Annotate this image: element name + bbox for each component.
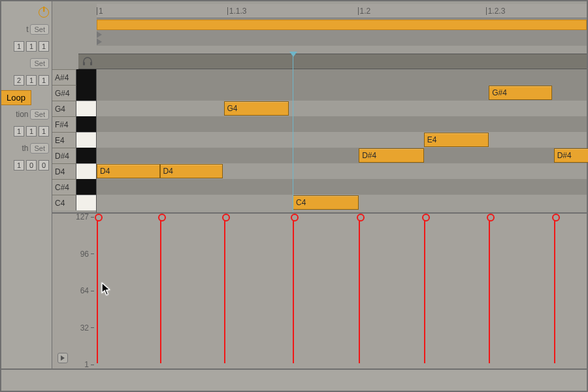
- velocity-lane[interactable]: 1279664321: [52, 213, 587, 368]
- headphones-icon[interactable]: [82, 57, 93, 66]
- velocity-grid[interactable]: [97, 216, 587, 363]
- note-lane[interactable]: [97, 101, 587, 116]
- velocity-tick: 64: [80, 286, 94, 295]
- piano-key-C4[interactable]: C4: [52, 195, 96, 210]
- set-loop-len-button[interactable]: Set: [30, 143, 49, 154]
- midi-note[interactable]: D4: [160, 164, 223, 178]
- midi-note[interactable]: G4: [224, 101, 289, 116]
- ruler-tick[interactable]: 1.2.3: [486, 4, 506, 18]
- piano-key-G#4[interactable]: G#4: [52, 85, 96, 101]
- velocity-tick: 32: [80, 323, 94, 333]
- piano-key-label: G#4: [52, 85, 76, 101]
- midi-note-editor[interactable]: 1 1.1.3 1.2 1.2.3 A#4G#4G4F#4E4D#4D4C#4C…: [52, 1, 587, 213]
- set-end-button[interactable]: Set: [30, 58, 49, 69]
- note-lane[interactable]: [97, 69, 587, 85]
- velocity-marker[interactable]: [293, 216, 294, 363]
- midi-note[interactable]: D#4: [359, 148, 424, 163]
- black-key-icon[interactable]: [76, 179, 96, 195]
- beat-ruler[interactable]: 1 1.1.3 1.2 1.2.3: [97, 4, 587, 18]
- loop-position-boxes[interactable]: 1 1 1: [1, 124, 49, 139]
- prop-label: t: [26, 25, 28, 34]
- midi-note[interactable]: E4: [424, 133, 489, 147]
- svg-rect-1: [90, 62, 92, 65]
- status-bar: [1, 368, 587, 391]
- velocity-marker[interactable]: [97, 216, 98, 363]
- piano-key-label: D4: [52, 163, 76, 179]
- prop-label: th: [22, 144, 28, 153]
- playhead-marker[interactable]: [293, 52, 293, 212]
- piano-key-label: D#4: [52, 148, 76, 163]
- piano-key-E4[interactable]: E4: [52, 132, 96, 148]
- white-key-icon[interactable]: [76, 163, 96, 179]
- black-key-icon[interactable]: [76, 116, 96, 132]
- prop-label: tion: [16, 110, 28, 119]
- ruler-tick[interactable]: 1.1.3: [227, 4, 247, 18]
- ruler-tick[interactable]: 1: [97, 4, 103, 18]
- svg-rect-0: [83, 62, 85, 65]
- end-position-boxes[interactable]: 2 1 1: [1, 73, 49, 88]
- app-window: t Set 1 1 1 Set 2 1 1 Loop: [0, 0, 588, 392]
- envelope-play-button[interactable]: [57, 353, 68, 363]
- piano-key-label: A#4: [52, 69, 76, 85]
- note-lane[interactable]: [97, 132, 587, 148]
- white-key-icon[interactable]: [76, 195, 96, 210]
- midi-note[interactable]: C4: [293, 195, 359, 210]
- piano-key-D#4[interactable]: D#4: [52, 148, 96, 163]
- white-key-icon[interactable]: [76, 101, 96, 116]
- piano-key-label: C#4: [52, 179, 76, 195]
- velocity-marker[interactable]: [554, 216, 555, 363]
- clip-activator-icon[interactable]: [39, 7, 49, 18]
- velocity-tick: 127: [76, 212, 94, 221]
- velocity-marker[interactable]: [359, 216, 360, 363]
- piano-key-label: F#4: [52, 116, 76, 132]
- loop-length-boxes[interactable]: 1 0 0: [1, 158, 49, 172]
- velocity-marker[interactable]: [424, 216, 425, 363]
- midi-note[interactable]: D4: [97, 164, 160, 178]
- midi-note[interactable]: D#4: [554, 148, 588, 163]
- set-start-button[interactable]: Set: [30, 24, 49, 35]
- piano-key-label: E4: [52, 132, 76, 148]
- piano-key-D4[interactable]: D4: [52, 163, 96, 179]
- loop-brace-region[interactable]: [97, 18, 587, 46]
- velocity-marker[interactable]: [489, 216, 490, 363]
- loop-brace[interactable]: [97, 20, 587, 30]
- black-key-icon[interactable]: [76, 69, 96, 85]
- note-lane[interactable]: [97, 116, 587, 132]
- note-lane[interactable]: [97, 179, 587, 195]
- velocity-tick: 96: [80, 250, 94, 259]
- piano-key-A#4[interactable]: A#4: [52, 69, 96, 85]
- piano-key-column[interactable]: A#4G#4G4F#4E4D#4D4C#4C4: [52, 69, 97, 212]
- midi-note[interactable]: G#4: [489, 86, 552, 100]
- midi-preview-row: [78, 54, 587, 69]
- piano-key-label: C4: [52, 195, 76, 210]
- black-key-icon[interactable]: [76, 85, 96, 101]
- black-key-icon[interactable]: [76, 148, 96, 163]
- note-grid[interactable]: D4D4G4C4D#4E4G#4D#4: [97, 69, 587, 212]
- start-position-boxes[interactable]: 1 1 1: [1, 39, 49, 54]
- piano-key-C#4[interactable]: C#4: [52, 179, 96, 195]
- velocity-tick: 1: [84, 360, 94, 369]
- clip-properties-panel: t Set 1 1 1 Set 2 1 1 Loop: [1, 1, 52, 372]
- ruler-tick[interactable]: 1.2: [358, 4, 371, 18]
- piano-key-F#4[interactable]: F#4: [52, 116, 96, 132]
- start-marker-icon[interactable]: [97, 31, 105, 44]
- white-key-icon[interactable]: [76, 132, 96, 148]
- set-loop-pos-button[interactable]: Set: [30, 109, 49, 120]
- loop-toggle[interactable]: Loop: [1, 90, 31, 105]
- velocity-scale: 1279664321: [52, 216, 97, 363]
- note-lane[interactable]: [97, 148, 587, 163]
- velocity-marker[interactable]: [160, 216, 161, 363]
- piano-key-label: G4: [52, 101, 76, 116]
- content: t Set 1 1 1 Set 2 1 1 Loop: [1, 1, 587, 391]
- velocity-marker[interactable]: [224, 216, 225, 363]
- piano-key-G4[interactable]: G4: [52, 101, 96, 116]
